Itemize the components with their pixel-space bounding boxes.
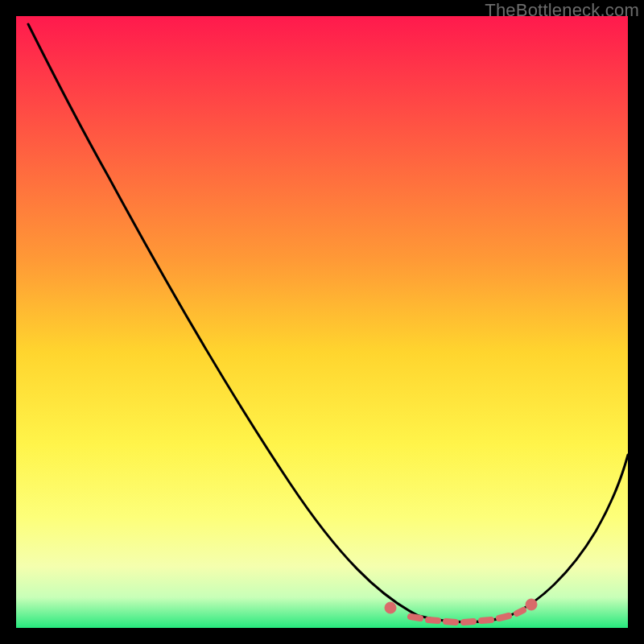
watermark-text: TheBottleneck.com <box>485 0 639 21</box>
marker-dash <box>499 616 509 618</box>
marker-dash <box>446 621 456 622</box>
chart-frame <box>16 16 628 628</box>
curve-path <box>28 24 628 622</box>
marker-dot-right <box>526 599 537 610</box>
marker-dot-left <box>385 602 396 613</box>
marker-dash <box>428 620 438 621</box>
marker-dash <box>464 621 473 622</box>
marker-dash <box>411 617 420 618</box>
marker-dash <box>517 610 523 613</box>
bottleneck-curve <box>16 16 628 628</box>
marker-dash <box>481 620 491 621</box>
